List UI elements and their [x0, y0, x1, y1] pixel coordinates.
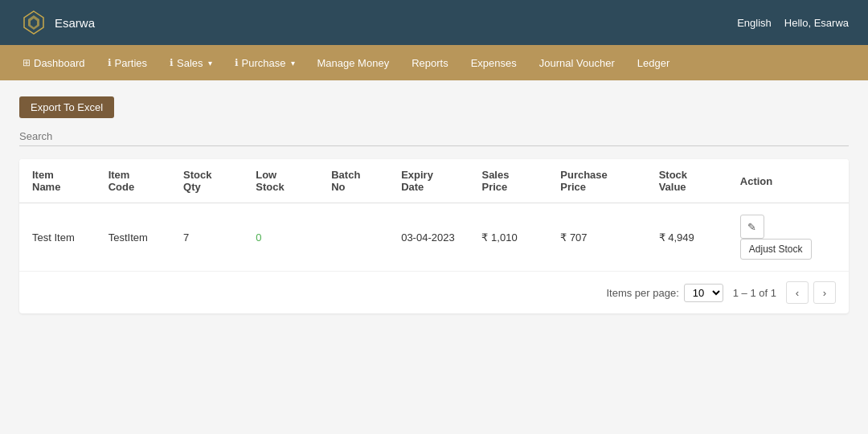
chevron-left-icon: ‹ [796, 287, 799, 299]
main-navbar: ⊞ Dashboard ℹ Parties ℹ Sales ▾ ℹ Purcha… [0, 45, 868, 80]
cell-low-stock: 0 [243, 203, 318, 272]
cell-batch-no [318, 203, 388, 272]
page-nav: ‹ › [786, 281, 836, 304]
prev-page-button[interactable]: ‹ [786, 281, 809, 304]
items-per-page-label: Items per page: [606, 287, 678, 299]
header-left: Esarwa [19, 8, 95, 37]
cell-stock-qty: 7 [170, 203, 243, 272]
nav-item-dashboard[interactable]: ⊞ Dashboard [13, 52, 95, 74]
col-item-code: Item Code [96, 159, 170, 203]
cell-sales-price: ₹ 1,010 [469, 203, 547, 272]
language-selector[interactable]: English [737, 17, 772, 29]
table-header: Item Name Item Code Stock Qty Low Stock … [19, 159, 849, 203]
col-batch-no: Batch No [318, 159, 388, 203]
cell-item-name: Test Item [19, 203, 96, 272]
stock-table-wrapper: Item Name Item Code Stock Qty Low Stock … [19, 159, 849, 313]
app-header: Esarwa English Hello, Esarwa [0, 0, 868, 45]
table-body: Test Item TestItem 7 0 03-04-2023 ₹ 1,01… [19, 203, 849, 272]
search-container [19, 129, 849, 146]
page-range-text: 1 – 1 of 1 [733, 287, 776, 299]
col-expiry-date: Expiry Date [388, 159, 469, 203]
purchase-chevron-icon: ▾ [291, 59, 295, 68]
export-excel-button[interactable]: Export To Excel [19, 96, 114, 118]
col-item-name: Item Name [19, 159, 96, 203]
items-per-page: Items per page: 10 25 50 [606, 284, 723, 302]
cell-purchase-price: ₹ 707 [547, 203, 645, 272]
pencil-icon: ✎ [747, 221, 756, 233]
edit-button[interactable]: ✎ [740, 215, 764, 239]
parties-icon: ℹ [108, 57, 112, 68]
nav-item-expenses[interactable]: Expenses [461, 52, 526, 74]
chevron-right-icon: › [823, 287, 826, 299]
user-greeting: Hello, Esarwa [784, 17, 849, 29]
per-page-select[interactable]: 10 25 50 [684, 284, 723, 302]
col-purchase-price: Purchase Price [547, 159, 645, 203]
dashboard-icon: ⊞ [23, 57, 31, 68]
adjust-stock-button[interactable]: Adjust Stock [740, 239, 812, 260]
cell-expiry-date: 03-04-2023 [388, 203, 469, 272]
stock-table: Item Name Item Code Stock Qty Low Stock … [19, 159, 849, 272]
nav-item-manage-money[interactable]: Manage Money [308, 52, 399, 74]
pagination-row: Items per page: 10 25 50 1 – 1 of 1 ‹ › [19, 272, 849, 313]
next-page-button[interactable]: › [813, 281, 836, 304]
col-action: Action [727, 159, 849, 203]
main-content: Export To Excel Item Name Item Code Stoc… [0, 80, 868, 330]
search-input[interactable] [19, 130, 260, 142]
col-stock-qty: Stock Qty [170, 159, 243, 203]
col-stock-value: Stock Value [646, 159, 727, 203]
col-sales-price: Sales Price [469, 159, 547, 203]
nav-item-purchase[interactable]: ℹ Purchase ▾ [225, 52, 305, 74]
sales-chevron-icon: ▾ [208, 59, 212, 68]
sales-icon: ℹ [170, 57, 174, 68]
logo-container: Esarwa [19, 8, 95, 37]
header-right: English Hello, Esarwa [737, 17, 849, 29]
cell-item-code: TestItem [96, 203, 170, 272]
purchase-icon: ℹ [235, 57, 239, 68]
logo-icon [19, 8, 48, 37]
nav-item-sales[interactable]: ℹ Sales ▾ [160, 52, 222, 74]
nav-item-parties[interactable]: ℹ Parties [98, 52, 157, 74]
col-low-stock: Low Stock [243, 159, 318, 203]
nav-item-reports[interactable]: Reports [402, 52, 458, 74]
table-row: Test Item TestItem 7 0 03-04-2023 ₹ 1,01… [19, 203, 849, 272]
cell-stock-value: ₹ 4,949 [646, 203, 727, 272]
cell-action: ✎ Adjust Stock [727, 203, 849, 272]
nav-item-journal-voucher[interactable]: Journal Voucher [530, 52, 624, 74]
nav-item-ledger[interactable]: Ledger [628, 52, 679, 74]
app-name: Esarwa [55, 16, 95, 30]
